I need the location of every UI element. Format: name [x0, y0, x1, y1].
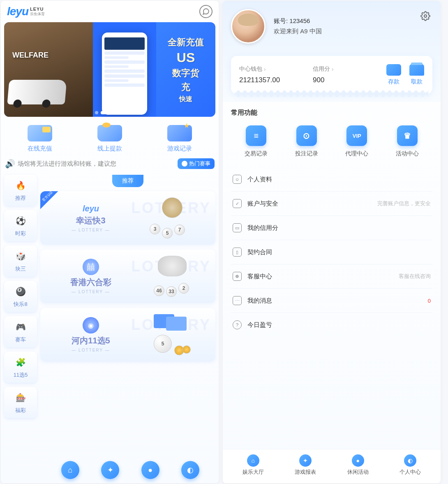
sidebar-item-shicai[interactable]: ⚽时彩 [4, 210, 37, 241]
menu-list: ☺个人资料 ✓账户与安全完善账户信息，更安全 ▭我的信用分 ▯契约合同 ☸客服中… [223, 167, 441, 337]
menu-profit[interactable]: ?今日盈亏 [231, 313, 432, 337]
nav-leisure[interactable]: ●休闲活动 [347, 454, 369, 476]
bnl-home[interactable]: ⌂ [61, 461, 79, 479]
star-icon: ✦ [299, 454, 312, 467]
records-icon [167, 125, 192, 141]
settings-icon[interactable] [420, 11, 430, 23]
profile-icon: ☺ [233, 175, 242, 184]
game-list: 推荐 官方认证 LOTTERY leyu 幸运快3 — LOTTERY — 3 … [40, 175, 215, 479]
sidebar-item-11x5[interactable]: 🧩11选5 [4, 352, 37, 383]
menu-support[interactable]: ☸客服中心客服在线咨询 [231, 264, 432, 289]
sidebar-item-racing[interactable]: 🎮赛车 [4, 316, 37, 347]
qa-withdraw[interactable]: 线上提款 [97, 125, 122, 153]
func-transaction[interactable]: ≡交易记录 [245, 125, 268, 157]
bnl-loc[interactable]: ● [141, 461, 159, 479]
hot-events-badge[interactable]: 热门赛事 [178, 158, 215, 169]
carousel-dots[interactable] [95, 111, 125, 114]
svg-point-0 [424, 15, 427, 17]
sidebar-item-fucai[interactable]: 🎰福彩 [4, 387, 37, 418]
withdraw-icon [409, 64, 424, 76]
wallet-card: 中心钱包 21211357.00 信用分 900 存款 取款 [231, 56, 432, 94]
account-label: 账号: 123456 [274, 17, 322, 25]
menu-profile[interactable]: ☺个人资料 [231, 167, 432, 192]
profile-header: 账号: 123456 欢迎来到 A9 中国 中心钱包 21211357.00 信… [223, 1, 441, 102]
deposit-button[interactable]: 存款 [386, 64, 401, 86]
bnl-gift[interactable]: ✦ [101, 461, 119, 479]
nav-me[interactable]: ◐个人中心 [400, 454, 421, 476]
banner-carousel[interactable]: 全新充值 US 数字货 充 快速 [4, 22, 215, 117]
menu-credit[interactable]: ▭我的信用分 [231, 216, 432, 240]
left-header: leyu LEYU 乐鱼体育 [1, 1, 219, 22]
recommend-tag: 推荐 [112, 175, 143, 187]
logo[interactable]: leyu LEYU 乐鱼体育 [7, 5, 45, 18]
quick-actions: 在线充值 线上提款 游戏记录 [1, 117, 219, 157]
pin-icon: ● [352, 454, 364, 467]
left-panel: leyu LEYU 乐鱼体育 全新充值 US 数字货 充 快速 [1, 1, 219, 483]
speaker-icon: 🔊 [5, 159, 15, 169]
menu-contract[interactable]: ▯契约合同 [231, 240, 432, 264]
game-card-hk6[interactable]: LOTTERY 囍 香港六合彩 — LOTTERY — 46 33 2 [40, 250, 215, 303]
bnl-chat[interactable]: ◐ [181, 461, 199, 479]
phone-icon: ▯ [233, 248, 242, 257]
withdraw-icon [97, 125, 122, 141]
welcome-text: 欢迎来到 A9 中国 [274, 28, 322, 35]
qa-records[interactable]: 游戏记录 [167, 125, 192, 153]
home-icon: ⌂ [247, 454, 259, 467]
marquee: 🔊 场馆将无法进行游戏和转账，建议您 热门赛事 [1, 157, 219, 171]
withdraw-button[interactable]: 取款 [409, 64, 424, 86]
menu-security[interactable]: ✓账户与安全完善账户信息，更安全 [231, 192, 432, 216]
sidebar-item-kuaisan[interactable]: 🎲块三 [4, 245, 37, 277]
shield-icon: ✓ [233, 199, 242, 208]
function-grid: ≡交易记录 ⊙投注记录 VIP代理中心 ♛活动中心 [223, 121, 441, 167]
nav-lobby[interactable]: ⌂娱乐大厅 [242, 454, 264, 476]
category-sidebar: 🔥推荐 ⚽时彩 🎲块三 🎱快乐8 🎮赛车 🧩11选5 🎰福彩 [4, 175, 37, 479]
func-activity[interactable]: ♛活动中心 [396, 125, 419, 157]
question-icon: ? [233, 320, 242, 329]
card-icon: ▭ [233, 223, 242, 232]
nav-reports[interactable]: ✦游戏报表 [295, 454, 316, 476]
func-bet-records[interactable]: ⊙投注记录 [295, 125, 318, 157]
marquee-text: 场馆将无法进行游戏和转账，建议您 [18, 160, 175, 168]
logo-main: leyu [7, 5, 28, 18]
qa-recharge[interactable]: 在线充值 [28, 125, 52, 153]
game-card-lucky3[interactable]: 官方认证 LOTTERY leyu 幸运快3 — LOTTERY — 3 5 7 [40, 191, 215, 245]
bottom-nav-left: ⌂ ✦ ● ◐ [50, 461, 210, 479]
wallet-center[interactable]: 中心钱包 21211357.00 [239, 65, 313, 84]
wallet-icon [28, 125, 52, 141]
bottom-nav: ⌂娱乐大厅 ✦游戏报表 ●休闲活动 ◐个人中心 [223, 449, 441, 483]
headset-icon: ☸ [233, 272, 242, 281]
profile-row: 账号: 123456 欢迎来到 A9 中国 [231, 9, 432, 44]
game-area: 🔥推荐 ⚽时彩 🎲块三 🎱快乐8 🎮赛车 🧩11选5 🎰福彩 推荐 官方认证 L… [1, 171, 219, 483]
user-icon: ◐ [404, 454, 416, 467]
wallet-credit[interactable]: 信用分 900 [313, 65, 386, 84]
common-functions-title: 常用功能 [223, 102, 441, 121]
banner-text: 全新充值 US 数字货 充 快速 [156, 22, 215, 117]
sidebar-item-kuaile8[interactable]: 🎱快乐8 [4, 281, 37, 312]
sidebar-item-recommend[interactable]: 🔥推荐 [4, 175, 37, 206]
func-agent[interactable]: VIP代理中心 [345, 125, 368, 157]
message-icon[interactable] [199, 5, 212, 18]
menu-messages[interactable]: ⋯我的消息0 [231, 289, 432, 313]
right-panel: 账号: 123456 欢迎来到 A9 中国 中心钱包 21211357.00 信… [223, 1, 441, 483]
deposit-icon [386, 64, 401, 76]
game-card-hanoi[interactable]: LOTTERY ◉ 河内11选5 — LOTTERY — 5 [40, 308, 215, 361]
avatar[interactable] [231, 9, 266, 44]
message-icon: ⋯ [233, 296, 242, 305]
